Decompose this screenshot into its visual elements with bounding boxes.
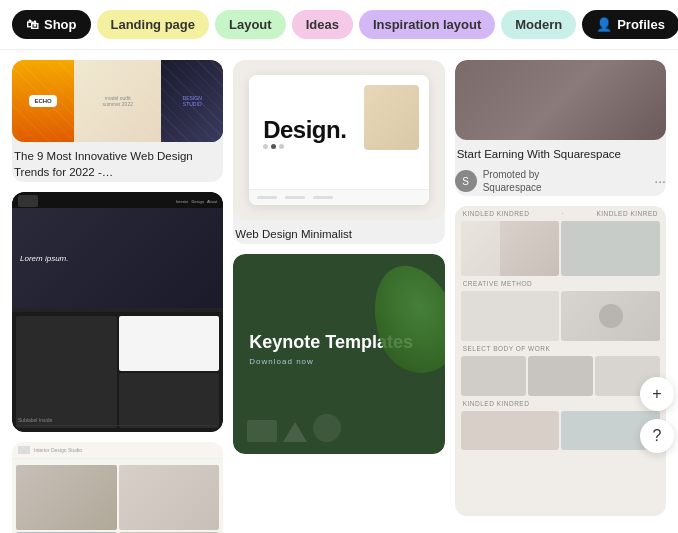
tab-landing[interactable]: Landing page xyxy=(97,10,210,39)
dot-1 xyxy=(263,144,268,149)
dark-website-heading: Lorem ipsum. xyxy=(20,254,68,263)
promoted-text: Promoted by Squarespace xyxy=(483,168,542,194)
profiles-label: Profiles xyxy=(617,17,665,32)
shop-label: Shop xyxy=(44,17,77,32)
promoted-by-label: Promoted by xyxy=(483,168,542,181)
help-fab-button[interactable]: ? xyxy=(640,419,674,453)
col-1: ECHO model outfitsummer 2022 DESIGNSTUDI… xyxy=(12,60,223,533)
keynote-leaf-decoration xyxy=(358,254,444,384)
tab-layout[interactable]: Layout xyxy=(215,10,286,39)
col-3: Start Earning With Squarespace S Promote… xyxy=(455,60,666,533)
tab-profiles[interactable]: 👤 Profiles xyxy=(582,10,678,39)
card-portfolio[interactable]: Kindled Kindred · Kindled Kinred Creativ… xyxy=(455,206,666,516)
fab-container: + ? xyxy=(640,377,674,453)
card-web-trends-image: ECHO model outfitsummer 2022 DESIGNSTUDI… xyxy=(12,60,223,142)
plus-icon: + xyxy=(652,385,661,403)
user-icon: 👤 xyxy=(596,17,612,32)
design-word: Design. xyxy=(263,116,346,144)
shop-icon: 🛍 xyxy=(26,17,39,32)
card-eternal-pulse-image: Interior Design Studio Products xyxy=(12,442,223,533)
more-options-button[interactable]: ··· xyxy=(654,173,666,189)
dot-3 xyxy=(279,144,284,149)
tab-inspiration[interactable]: Inspiration layout xyxy=(359,10,495,39)
promoted-row: S Promoted by Squarespace ··· xyxy=(455,164,666,196)
card-web-trends-label: The 9 Most Innovative Web Design Trends … xyxy=(12,142,223,182)
card-keynote-image: Keynote Templates Download now xyxy=(233,254,444,454)
portfolio-section-1: Kindled Kindred · Kindled Kinred xyxy=(455,206,666,221)
pin-grid: ECHO model outfitsummer 2022 DESIGNSTUDI… xyxy=(0,50,678,533)
portfolio-section-3: Select Body of Work xyxy=(455,341,666,356)
card-squarespace-label: Start Earning With Squarespace xyxy=(455,140,666,164)
card-dark-website[interactable]: Interior Design About Lorem ipsum. xyxy=(12,192,223,432)
portfolio-section-4: Kindled Kindred xyxy=(455,396,666,411)
card-minimalist-label: Web Design Minimalist xyxy=(233,220,444,244)
card-minimalist-image: Design. xyxy=(233,60,444,220)
col-2: Design. xyxy=(233,60,444,533)
card-squarespace[interactable]: Start Earning With Squarespace S Promote… xyxy=(455,60,666,196)
tab-modern-label: Modern xyxy=(515,17,562,32)
dot-2 xyxy=(271,144,276,149)
keynote-subtitle: Download now xyxy=(249,357,313,366)
card-web-trends[interactable]: ECHO model outfitsummer 2022 DESIGNSTUDI… xyxy=(12,60,223,182)
card-dark-website-image: Interior Design About Lorem ipsum. xyxy=(12,192,223,432)
card-keynote[interactable]: Keynote Templates Download now xyxy=(233,254,444,454)
portfolio-section-2: Creative Method xyxy=(455,276,666,291)
squarespace-name: Squarespace xyxy=(483,181,542,194)
tab-ideas[interactable]: Ideas xyxy=(292,10,353,39)
tab-ideas-label: Ideas xyxy=(306,17,339,32)
card-squarespace-image xyxy=(455,60,666,140)
tab-inspiration-label: Inspiration layout xyxy=(373,17,481,32)
help-icon: ? xyxy=(653,427,662,445)
tab-layout-label: Layout xyxy=(229,17,272,32)
card-portfolio-image: Kindled Kindred · Kindled Kinred Creativ… xyxy=(455,206,666,516)
card-minimalist[interactable]: Design. xyxy=(233,60,444,244)
tab-landing-label: Landing page xyxy=(111,17,196,32)
tab-modern[interactable]: Modern xyxy=(501,10,576,39)
navbar: 🛍 Shop Landing page Layout Ideas Inspira… xyxy=(0,0,678,50)
card-eternal-pulse[interactable]: Interior Design Studio Products xyxy=(12,442,223,533)
squarespace-avatar: S xyxy=(455,170,477,192)
plus-fab-button[interactable]: + xyxy=(640,377,674,411)
shop-tab[interactable]: 🛍 Shop xyxy=(12,10,91,39)
